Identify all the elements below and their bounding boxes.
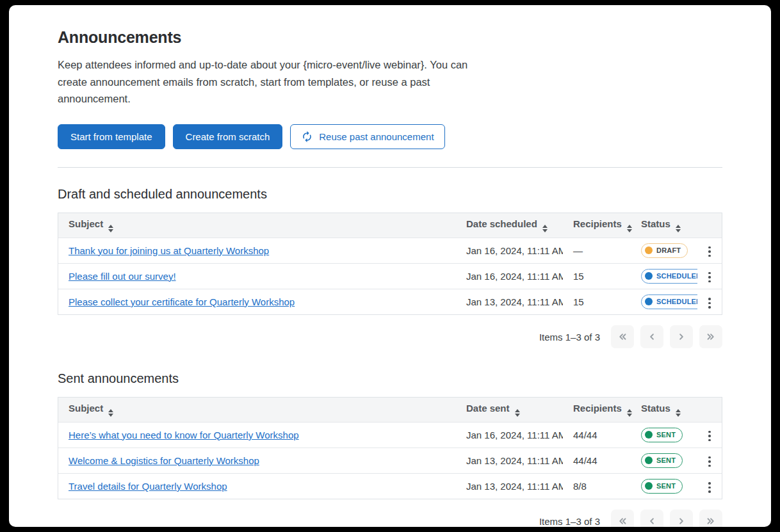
sort-arrows-icon[interactable] xyxy=(542,225,548,232)
first-page-button[interactable] xyxy=(611,325,634,348)
recycle-icon xyxy=(301,131,313,143)
status-badge: SENT xyxy=(641,479,683,494)
page-title: Announcements xyxy=(58,28,722,47)
status-badge: SCHEDULED xyxy=(641,269,697,284)
table-row: Welcome & Logistics for Quarterly Worksh… xyxy=(58,447,722,473)
recipients-cell: 44/44 xyxy=(563,447,631,473)
table-header-row: Subject Date sent Recipients Status xyxy=(58,398,722,422)
section-divider xyxy=(58,167,722,168)
announcement-subject-link[interactable]: Thank you for joining us at Quarterly Wo… xyxy=(69,245,269,256)
draft-announcements-table: Subject Date scheduled Recipients Status… xyxy=(58,213,722,315)
reuse-button-label: Reuse past announcement xyxy=(319,131,434,142)
column-header-recipients[interactable]: Recipients xyxy=(563,213,631,238)
page-description: Keep attendees informed and up-to-date a… xyxy=(58,56,485,108)
announcement-actions-toolbar: Start from template Create from scratch … xyxy=(58,124,722,149)
date-scheduled-cell: Jan 16, 2024, 11:11 AM xyxy=(456,238,563,263)
recipients-cell: — xyxy=(563,238,631,263)
date-sent-cell: Jan 16, 2024, 11:11 AM xyxy=(456,422,563,447)
last-page-button[interactable] xyxy=(699,325,722,348)
announcement-subject-link[interactable]: Travel details for Quarterly Workshop xyxy=(69,481,227,492)
sort-arrows-icon[interactable] xyxy=(676,225,681,232)
recipients-cell: 15 xyxy=(563,263,631,289)
table-header-row: Subject Date scheduled Recipients Status xyxy=(58,213,722,238)
last-page-button[interactable] xyxy=(699,510,722,527)
column-header-subject[interactable]: Subject xyxy=(58,398,456,422)
date-sent-cell: Jan 13, 2024, 11:11 AM xyxy=(456,473,563,499)
table-row: Thank you for joining us at Quarterly Wo… xyxy=(58,238,722,263)
chevron-right-icon xyxy=(676,515,687,527)
items-count-label: Items 1–3 of 3 xyxy=(539,332,600,343)
status-dot-icon xyxy=(645,246,653,254)
chevron-left-icon xyxy=(646,515,658,527)
announcements-panel: Announcements Keep attendees informed an… xyxy=(9,5,771,527)
table-row: Here’s what you need to know for Quarter… xyxy=(58,422,722,447)
sent-section-heading: Sent announcements xyxy=(58,371,722,386)
kebab-menu-icon[interactable] xyxy=(700,268,719,287)
sort-arrows-icon[interactable] xyxy=(108,409,113,417)
first-page-button[interactable] xyxy=(611,510,634,527)
sort-arrows-icon[interactable] xyxy=(627,409,632,417)
screen: Announcements Keep attendees informed an… xyxy=(0,0,780,532)
column-header-status[interactable]: Status xyxy=(631,213,697,238)
status-dot-icon xyxy=(645,431,653,439)
column-header-date-scheduled[interactable]: Date scheduled xyxy=(456,213,563,238)
next-page-button[interactable] xyxy=(670,325,693,348)
kebab-menu-icon[interactable] xyxy=(700,426,719,446)
chevron-left-icon xyxy=(646,331,658,343)
recipients-cell: 8/8 xyxy=(563,473,631,499)
next-page-button[interactable] xyxy=(670,510,693,527)
kebab-menu-icon[interactable] xyxy=(700,478,719,497)
sort-arrows-icon[interactable] xyxy=(676,409,681,417)
double-chevron-left-icon xyxy=(617,331,628,343)
announcement-subject-link[interactable]: Welcome & Logistics for Quarterly Worksh… xyxy=(69,455,259,466)
table-row: Travel details for Quarterly Workshop Ja… xyxy=(58,473,722,499)
announcement-subject-link[interactable]: Please fill out our survey! xyxy=(69,271,176,282)
sent-pagination: Items 1–3 of 3 xyxy=(58,510,722,527)
column-header-actions xyxy=(697,398,722,422)
column-header-date-sent[interactable]: Date sent xyxy=(456,398,563,422)
status-badge: SCHEDULED xyxy=(641,294,697,309)
start-from-template-button[interactable]: Start from template xyxy=(58,124,165,149)
kebab-menu-icon[interactable] xyxy=(700,242,719,261)
double-chevron-right-icon xyxy=(705,331,717,343)
recipients-cell: 44/44 xyxy=(563,422,631,447)
kebab-menu-icon[interactable] xyxy=(700,452,719,471)
announcement-subject-link[interactable]: Here’s what you need to know for Quarter… xyxy=(69,430,299,440)
status-badge: SENT xyxy=(641,428,683,442)
kebab-menu-icon[interactable] xyxy=(700,293,719,312)
recipients-cell: 15 xyxy=(563,289,631,314)
date-scheduled-cell: Jan 13, 2024, 11:11 AM xyxy=(456,289,563,314)
date-sent-cell: Jan 13, 2024, 11:11 AM xyxy=(456,447,563,473)
reuse-past-announcement-button[interactable]: Reuse past announcement xyxy=(290,124,444,149)
sort-arrows-icon[interactable] xyxy=(627,225,632,232)
sort-arrows-icon[interactable] xyxy=(108,225,113,232)
double-chevron-right-icon xyxy=(705,515,717,527)
column-header-actions xyxy=(697,213,722,238)
status-dot-icon xyxy=(645,482,653,490)
status-badge: DRAFT xyxy=(641,243,688,258)
previous-page-button[interactable] xyxy=(640,510,663,527)
status-dot-icon xyxy=(645,298,653,305)
announcement-subject-link[interactable]: Please collect your certificate for Quar… xyxy=(69,296,295,307)
table-row: Please fill out our survey! Jan 16, 2024… xyxy=(58,263,722,289)
status-badge: SENT xyxy=(641,453,683,468)
sent-announcements-table: Subject Date sent Recipients Status Here… xyxy=(58,397,722,499)
sort-arrows-icon[interactable] xyxy=(515,409,520,417)
chevron-right-icon xyxy=(676,331,687,343)
status-dot-icon xyxy=(645,272,653,280)
date-scheduled-cell: Jan 16, 2024, 11:11 AM xyxy=(456,263,563,289)
draft-section-heading: Draft and scheduled announcements xyxy=(58,187,722,202)
column-header-subject[interactable]: Subject xyxy=(58,213,456,238)
status-dot-icon xyxy=(645,456,653,464)
column-header-status[interactable]: Status xyxy=(631,398,697,422)
items-count-label: Items 1–3 of 3 xyxy=(539,516,600,527)
column-header-recipients[interactable]: Recipients xyxy=(563,398,631,422)
table-row: Please collect your certificate for Quar… xyxy=(58,289,722,314)
create-from-scratch-button[interactable]: Create from scratch xyxy=(173,124,283,149)
draft-pagination: Items 1–3 of 3 xyxy=(58,325,722,348)
double-chevron-left-icon xyxy=(617,515,628,527)
previous-page-button[interactable] xyxy=(640,325,663,348)
